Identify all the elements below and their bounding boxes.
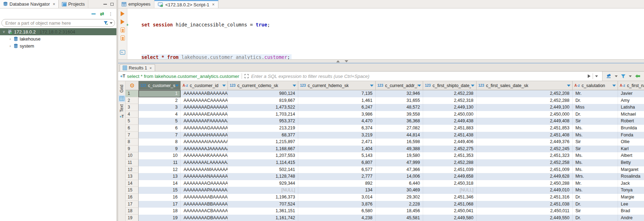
link-with-editor-icon[interactable]: ⇄ <box>100 11 104 17</box>
grid-cell[interactable]: 10 <box>139 152 181 159</box>
grid-cell[interactable]: 4 <box>139 111 181 118</box>
grid-cell[interactable]: Betty <box>618 159 644 166</box>
sash-up-icon[interactable] <box>336 60 340 62</box>
grid-cell[interactable]: Mr. <box>573 90 618 97</box>
chevron-down-icon[interactable] <box>629 75 632 77</box>
grid-cell[interactable]: AAAAAAAAJAAAAAAA <box>181 146 228 153</box>
row-number[interactable]: 9 <box>126 146 139 153</box>
grid-cell[interactable]: Ollie <box>618 139 644 146</box>
grid-cell[interactable]: 2,452,288 <box>477 97 573 104</box>
grid-cell[interactable]: AAAAAAAAIAAAAAAA <box>181 139 228 146</box>
row-number[interactable]: 13 <box>126 173 139 180</box>
grid-cell[interactable]: 2,451,353 <box>423 152 477 159</box>
grid-cell[interactable]: 39,558 <box>376 111 423 118</box>
grid-cell[interactable]: 14,006 <box>376 173 423 180</box>
col-header-c_customer_id[interactable]: A-zc_customer_id <box>181 81 228 90</box>
column-dropdown-icon[interactable] <box>222 85 226 87</box>
col-header-c_first_sales_date_sk[interactable]: 123c_first_sales_date_sk <box>477 81 573 90</box>
tab-projects[interactable]: Projects <box>59 0 88 8</box>
grid-cell[interactable]: AAAAAAAAGAAAAAAA <box>181 125 228 132</box>
grid-cell[interactable]: 3,986 <box>298 111 376 118</box>
tab-results-1[interactable]: Results 1 × <box>120 64 155 71</box>
grid-cell[interactable]: 7 <box>139 132 181 139</box>
grid-cell[interactable]: 2,451,068 <box>423 201 477 208</box>
grid-cell[interactable]: AAAAAAAAHAAAAAAA <box>181 132 228 139</box>
grid-cell[interactable]: 819,667 <box>228 97 298 104</box>
grid-cell[interactable]: 2,451,316 <box>477 194 573 201</box>
column-dropdown-icon[interactable] <box>417 85 421 87</box>
grid-cell[interactable]: 2,450,041 <box>423 208 477 215</box>
grid-cell[interactable]: Amy <box>618 97 644 104</box>
grid-cell[interactable]: Margaret <box>618 166 644 173</box>
grid-cell[interactable]: Dr. <box>573 194 618 201</box>
grid-cell[interactable]: Sir <box>573 118 618 125</box>
sql-console-icon[interactable]: >_ <box>120 50 125 55</box>
grid-cell[interactable]: 2,451,009 <box>477 166 573 173</box>
chevron-down-icon[interactable] <box>615 75 618 77</box>
chevron-collapsed-icon[interactable]: › <box>8 44 12 48</box>
grid-cell[interactable]: Lee <box>618 201 644 208</box>
grid-cell[interactable]: AAAAAAAANAAAAAAA <box>181 173 228 180</box>
grid-cell[interactable]: Ms. <box>573 187 618 194</box>
grid-cell[interactable]: 2,449,438 <box>423 118 477 125</box>
grid-cell[interactable]: Andre <box>618 215 644 221</box>
chevron-down-icon[interactable] <box>110 22 113 24</box>
grid-cell[interactable]: Brad <box>618 208 644 215</box>
grid-cell[interactable]: 2,449,376 <box>477 139 573 146</box>
column-dropdown-icon[interactable] <box>471 85 474 87</box>
explain-plan-icon[interactable] <box>121 36 125 41</box>
grid-cell[interactable]: 18,456 <box>376 208 423 215</box>
grid-cell[interactable]: 3,876 <box>298 201 376 208</box>
col-header-c_current_hdemo_sk[interactable]: 123c_current_hdemo_sk <box>298 81 376 90</box>
grid-cell[interactable]: 980,124 <box>228 90 298 97</box>
grid-cell[interactable]: 2,452,208 <box>477 90 573 97</box>
execute-script-icon[interactable] <box>121 27 125 32</box>
grid-cell[interactable]: 18 <box>139 208 181 215</box>
grid-cell[interactable]: 213,219 <box>228 125 298 132</box>
grid-cell[interactable]: 17 <box>139 201 181 208</box>
grid-cell[interactable]: 36,368 <box>376 118 423 125</box>
grid-cell[interactable]: Robert <box>618 118 644 125</box>
grid-cell[interactable]: Dr. <box>573 215 618 221</box>
grid-cell[interactable]: Ms. <box>573 166 618 173</box>
grid-cell[interactable]: 1,168,667 <box>228 146 298 153</box>
grid-cell[interactable]: Dr. <box>573 111 618 118</box>
row-number[interactable]: 4 <box>126 111 139 118</box>
grid-cell[interactable]: 929,344 <box>228 180 298 187</box>
column-dropdown-icon[interactable] <box>567 85 570 87</box>
grid-cell[interactable]: 7,135 <box>298 90 376 97</box>
grid-cell[interactable]: Dr. <box>573 97 618 104</box>
grid-cell[interactable]: 19,580 <box>376 152 423 159</box>
grid-cell[interactable]: 1,461 <box>298 97 376 104</box>
execute-in-new-tab-icon[interactable] <box>121 19 125 24</box>
grid-cell[interactable]: 5,143 <box>298 152 376 159</box>
grid-cell[interactable]: 1,196,373 <box>228 194 298 201</box>
grid-cell[interactable]: 49,388 <box>376 146 423 153</box>
sql-code-area[interactable]: set session hide_inaccessible_columns = … <box>127 8 644 59</box>
grid-cell[interactable]: 5 <box>139 118 181 125</box>
col-header-c_salutation[interactable]: A-zc_salutation <box>573 81 618 90</box>
grid-cell[interactable]: 13 <box>139 173 181 180</box>
grid-cell[interactable]: 2,449,130 <box>423 104 477 111</box>
grid-cell[interactable]: AAAAAAAACAAAAAAA <box>181 97 228 104</box>
grid-cell[interactable]: AAAAAAAAFAAAAAAA <box>181 118 228 125</box>
grid-cell[interactable]: AAAAAAAABAAAAAAA <box>181 90 228 97</box>
sash-down-icon[interactable] <box>345 60 348 62</box>
view-tab-text-label[interactable]: Text <box>119 104 124 112</box>
row-number[interactable]: 5 <box>126 118 139 125</box>
grid-cell[interactable]: 502,141 <box>228 166 298 173</box>
grid-cell[interactable]: Rosalinda <box>618 173 644 180</box>
grid-cell[interactable]: 134 <box>298 187 376 194</box>
grid-cell[interactable]: 2,452,245 <box>477 146 573 153</box>
grid-cell[interactable]: Javier <box>618 90 644 97</box>
grid-cell[interactable]: 2,449,580 <box>423 215 477 221</box>
grid-cell[interactable]: Karl <box>618 146 644 153</box>
grid-cell[interactable]: 2,452,238 <box>423 90 477 97</box>
grid-cell[interactable]: 2,451,408 <box>477 132 573 139</box>
grid-cell[interactable]: 2,450,318 <box>423 180 477 187</box>
grid-cell[interactable]: 29,302 <box>376 194 423 201</box>
grid-cell[interactable]: 4,238 <box>298 215 376 221</box>
grid-cell[interactable]: 8 <box>139 139 181 146</box>
grid-cell[interactable]: 3 <box>139 104 181 111</box>
grid-cell[interactable]: [NULL] <box>228 187 298 194</box>
